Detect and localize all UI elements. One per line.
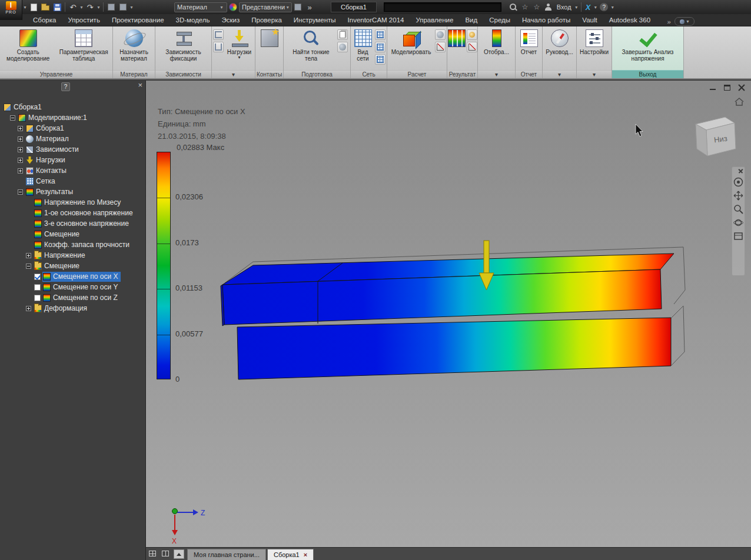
steering-wheel-icon[interactable] (733, 177, 743, 187)
tool-dropdown-icon[interactable]: ▾ (129, 5, 134, 10)
checkbox-icon[interactable] (34, 284, 41, 291)
beam-model[interactable] (221, 254, 674, 379)
favorites-button[interactable]: ☆ (531, 1, 543, 13)
tree-item-deformation[interactable]: Деформация (0, 303, 145, 314)
ribbon-tab-autodesk-360[interactable]: Autodesk 360 (603, 15, 656, 26)
expand-icon[interactable] (18, 158, 23, 163)
tree-item-mesh[interactable]: Сетка (0, 176, 145, 186)
save-button[interactable] (51, 1, 63, 13)
navbar-close-icon[interactable] (738, 168, 743, 174)
expand-icon[interactable] (18, 168, 23, 174)
tree-item-results[interactable]: Результаты (0, 186, 145, 197)
loads-button[interactable]: Нагрузки ▾ (225, 28, 254, 60)
pan-icon[interactable] (733, 191, 743, 201)
panel-label-loads[interactable]: ▾ (212, 70, 255, 78)
redo-button[interactable]: ↷ (84, 1, 96, 13)
appearance-button[interactable] (227, 1, 239, 13)
graphics-viewport[interactable]: Z X Тип: Смещение по оси X Единица: mm 2… (146, 81, 751, 547)
ribbon-display-toggle[interactable]: ▾ (674, 17, 694, 26)
tree-item-constraints[interactable]: Зависимости (0, 144, 145, 155)
help-button[interactable]: ? (600, 3, 608, 11)
mesh-small-button-3[interactable] (375, 54, 386, 65)
ribbon-tab-3d-model[interactable]: 3D-модель (170, 15, 216, 26)
panel-label-constraints[interactable]: Зависимости (155, 70, 211, 78)
contacts-button[interactable] (258, 28, 281, 47)
tree-item-displacement[interactable]: Смещение (0, 229, 145, 239)
ribbon-tab-inventorcam[interactable]: InventorCAM 2014 (342, 15, 410, 26)
panel-label-contacts[interactable]: Контакты (255, 70, 283, 78)
tree-item-first-principal[interactable]: 1-ое основное напряжение (0, 208, 145, 218)
browser-help-button[interactable]: ? (61, 82, 70, 91)
tree-item-material[interactable]: Материал (0, 134, 145, 144)
expand-icon[interactable] (26, 253, 31, 258)
ribbon-tab-upravlenie[interactable]: Управление (410, 15, 459, 26)
result-button[interactable] (448, 28, 466, 47)
tab-close-icon[interactable]: × (304, 551, 307, 558)
tree-item-displacement-y[interactable]: Смещение по оси Y (0, 282, 145, 292)
tree-item-safety-factor[interactable]: Коэфф. запаса прочности (0, 239, 145, 250)
tree-item-displacement-z[interactable]: Смещение по оси Z (0, 292, 145, 303)
panel-label-mesh[interactable]: Сеть (351, 70, 387, 78)
orbit-icon[interactable] (733, 218, 743, 228)
restore-icon[interactable] (724, 85, 730, 91)
tree-item-simulation[interactable]: Моделирование:1 (0, 112, 145, 123)
ribbon-tab-nachalo-raboty[interactable]: Начало работы (516, 15, 576, 26)
ribbon-tab-proektirovanie[interactable]: Проектирование (106, 15, 170, 26)
minimize-icon[interactable] (710, 84, 716, 91)
adjust-button[interactable] (292, 1, 304, 13)
autodesk-360-dropdown-icon[interactable]: ▾ (593, 5, 598, 10)
mesh-view-button[interactable]: Вид сети (352, 28, 374, 62)
tab-home-page[interactable]: Моя главная страни... (187, 549, 266, 560)
tree-item-assembly-root[interactable]: Сборка1 (0, 102, 145, 112)
appearance-combobox[interactable]: Представлени ▾ (239, 2, 292, 12)
panel-label-settings[interactable]: ▾ (577, 70, 612, 78)
panel-label-exit[interactable]: Выход (612, 70, 683, 78)
loads-small-button-2[interactable] (213, 42, 224, 52)
tree-item-assembly[interactable]: Сборка1 (0, 123, 145, 134)
report-button[interactable]: Отчет (517, 28, 541, 55)
new-file-button[interactable] (28, 1, 39, 13)
help-dropdown-icon[interactable]: ▾ (610, 5, 615, 10)
collapse-icon[interactable] (18, 189, 23, 195)
tree-item-von-mises[interactable]: Напряжение по Мизесу (0, 197, 145, 208)
panel-label-prepare[interactable]: Подготовка (284, 70, 350, 78)
expand-icon[interactable] (18, 136, 23, 142)
tree-item-displacement-folder[interactable]: Смещение (0, 261, 145, 271)
checkbox-checked-icon[interactable] (34, 274, 41, 280)
panel-label-manage[interactable]: Управление (0, 70, 112, 78)
search-button[interactable] (507, 1, 519, 13)
assign-material-button[interactable]: Назначить материал (115, 28, 154, 62)
update-tool-button[interactable] (117, 1, 129, 13)
browser-close-icon[interactable]: × (138, 81, 142, 89)
checkbox-icon[interactable] (34, 295, 41, 301)
prepare-small-button-1[interactable] (337, 29, 348, 40)
find-thin-bodies-button[interactable]: Найти тонкие тела (287, 28, 336, 62)
close-icon[interactable] (738, 84, 745, 91)
tree-item-third-principal[interactable]: 3-е основное напряжение (0, 218, 145, 229)
finish-analysis-button[interactable]: Завершить Анализ напряжения (614, 28, 682, 62)
collapse-icon[interactable] (26, 264, 31, 269)
sign-in-dropdown-icon[interactable]: ▾ (574, 5, 579, 10)
sign-in-button[interactable] (543, 1, 554, 13)
panel-label-display[interactable]: ▾ (478, 70, 515, 78)
tree-item-stress-folder[interactable]: Напряжение (0, 250, 145, 261)
expand-icon[interactable] (18, 147, 23, 152)
app-menu-dropdown-icon[interactable]: ▾ (22, 5, 28, 10)
create-simulation-button[interactable]: Создать моделирование (1, 28, 55, 62)
guide-button[interactable]: Руковод... (544, 28, 575, 55)
loads-small-button-1[interactable] (213, 29, 224, 40)
redo-dropdown-icon[interactable]: ▾ (96, 5, 101, 10)
arrange-vertical-button[interactable] (159, 548, 171, 559)
home-view-icon[interactable] (734, 97, 745, 106)
mesh-small-button-2[interactable] (375, 42, 386, 52)
panel-label-material[interactable]: Материал (113, 70, 155, 78)
result-small-button-2[interactable] (467, 42, 477, 52)
open-file-button[interactable] (39, 1, 51, 13)
settings-button[interactable]: Настройки (578, 28, 610, 55)
parametric-table-button[interactable]: Параметрическая таблица (57, 28, 112, 62)
ribbon-tab-instrumenty[interactable]: Инструменты (288, 15, 342, 26)
ribbon-tab-vid[interactable]: Вид (459, 15, 483, 26)
solve-small-button-1[interactable] (435, 29, 446, 40)
undo-button[interactable]: ↶ (67, 1, 79, 13)
expand-icon[interactable] (26, 306, 31, 311)
